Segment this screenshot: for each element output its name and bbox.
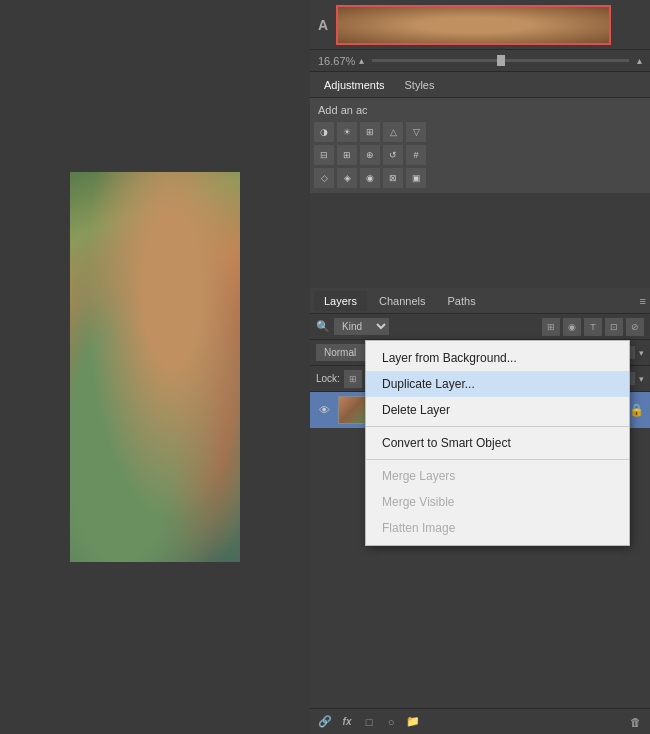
- layer-lock-icon: 🔒: [629, 403, 644, 417]
- menu-item-layer-from-background[interactable]: Layer from Background...: [366, 345, 629, 371]
- add-adjustment-label: Add an ac: [314, 102, 646, 118]
- tab-styles[interactable]: Styles: [395, 75, 445, 95]
- thumbnail-strip: A: [310, 0, 650, 50]
- adj-icon-13[interactable]: ◉: [360, 168, 380, 188]
- filter-icon-4[interactable]: ⊡: [605, 318, 623, 336]
- opacity-arrow-icon[interactable]: ▾: [639, 348, 644, 358]
- adj-icons-row3: ◇ ◈ ◉ ⊠ ▣: [314, 168, 646, 188]
- adj-icon-8[interactable]: ⊕: [360, 145, 380, 165]
- menu-item-merge-visible: Merge Visible: [366, 489, 629, 515]
- bottom-panel: 🔗 fx □ ○ 📁 🗑: [310, 708, 650, 734]
- adj-icon-11[interactable]: ◇: [314, 168, 334, 188]
- adj-icon-3[interactable]: ⊞: [360, 122, 380, 142]
- trash-icon[interactable]: 🗑: [626, 713, 644, 731]
- document-thumbnail[interactable]: [336, 5, 611, 45]
- filter-icon-5[interactable]: ⊘: [626, 318, 644, 336]
- new-layer-icon[interactable]: □: [360, 713, 378, 731]
- menu-separator-1: [366, 426, 629, 427]
- zoom-increase-icon[interactable]: ▴: [637, 55, 642, 66]
- folder-icon[interactable]: 📁: [404, 713, 422, 731]
- adj-icons-row1: ◑ ☀ ⊞ △ ▽: [314, 122, 646, 142]
- canvas-area: [0, 0, 310, 734]
- layers-panel-menu[interactable]: ≡: [640, 295, 646, 307]
- filter-icon-3[interactable]: T: [584, 318, 602, 336]
- link-icon[interactable]: 🔗: [316, 713, 334, 731]
- tab-paths[interactable]: Paths: [438, 291, 486, 311]
- context-menu: Layer from Background... Duplicate Layer…: [365, 340, 630, 546]
- adj-icon-9[interactable]: ↺: [383, 145, 403, 165]
- adj-icon-10[interactable]: #: [406, 145, 426, 165]
- tab-layers[interactable]: Layers: [314, 291, 367, 311]
- adj-icon-1[interactable]: ◑: [314, 122, 334, 142]
- canvas-image: [70, 172, 240, 562]
- adj-icons-row2: ⊟ ⊞ ⊕ ↺ #: [314, 145, 646, 165]
- filter-icon-1[interactable]: ⊞: [542, 318, 560, 336]
- zoom-bar: 16.67% ▴ ▴: [310, 50, 650, 72]
- tab-adjustments[interactable]: Adjustments: [314, 75, 395, 95]
- menu-item-delete-layer[interactable]: Delete Layer: [366, 397, 629, 423]
- adj-icon-6[interactable]: ⊟: [314, 145, 334, 165]
- layer-visibility-icon[interactable]: 👁: [316, 402, 332, 418]
- adj-icon-12[interactable]: ◈: [337, 168, 357, 188]
- filter-icon-2[interactable]: ◉: [563, 318, 581, 336]
- lock-label: Lock:: [316, 373, 340, 384]
- fill-arrow-icon[interactable]: ▾: [639, 374, 644, 384]
- adj-icon-5[interactable]: ▽: [406, 122, 426, 142]
- panel-letter: A: [318, 17, 328, 33]
- adj-icon-14[interactable]: ⊠: [383, 168, 403, 188]
- fx-icon[interactable]: fx: [338, 713, 356, 731]
- zoom-slider-thumb[interactable]: [497, 55, 505, 66]
- layer-thumbnail: [338, 396, 366, 424]
- menu-item-merge-layers: Merge Layers: [366, 463, 629, 489]
- adjustments-tabs: Adjustments Styles: [310, 72, 650, 98]
- tab-channels[interactable]: Channels: [369, 291, 435, 311]
- search-icon: 🔍: [316, 320, 330, 333]
- kind-select[interactable]: Kind: [334, 318, 389, 335]
- layers-search-bar: 🔍 Kind ⊞ ◉ T ⊡ ⊘: [310, 314, 650, 340]
- adj-icon-4[interactable]: △: [383, 122, 403, 142]
- adj-icon-7[interactable]: ⊞: [337, 145, 357, 165]
- layer-filter-icons: ⊞ ◉ T ⊡ ⊘: [542, 318, 644, 336]
- layers-tabs: Layers Channels Paths ≡: [310, 288, 650, 314]
- adj-icon-2[interactable]: ☀: [337, 122, 357, 142]
- lock-pixels-icon[interactable]: ⊞: [344, 370, 362, 388]
- adj-icon-15[interactable]: ▣: [406, 168, 426, 188]
- circle-icon[interactable]: ○: [382, 713, 400, 731]
- menu-item-convert-smart[interactable]: Convert to Smart Object: [366, 430, 629, 456]
- zoom-slider[interactable]: [372, 59, 629, 62]
- menu-separator-2: [366, 459, 629, 460]
- zoom-decrease-icon[interactable]: ▴: [359, 55, 364, 66]
- adjustments-content: Add an ac ◑ ☀ ⊞ △ ▽ ⊟ ⊞ ⊕ ↺ # ◇ ◈ ◉ ⊠ ▣: [310, 98, 650, 193]
- menu-item-flatten-image: Flatten Image: [366, 515, 629, 541]
- menu-item-duplicate-layer[interactable]: Duplicate Layer...: [366, 371, 629, 397]
- zoom-level: 16.67%: [318, 55, 355, 67]
